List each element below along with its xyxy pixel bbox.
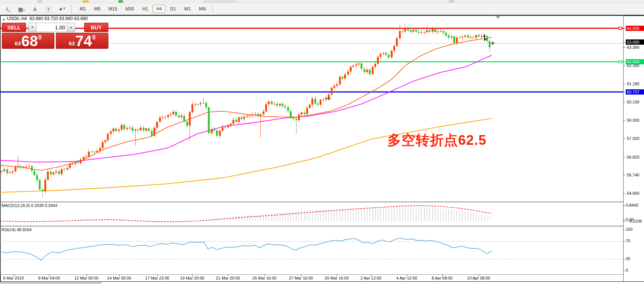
timeframe-button-m1[interactable]: M1 bbox=[76, 5, 89, 13]
timeframe-button-d1[interactable]: D1 bbox=[167, 5, 179, 13]
price-axis-tick: 61.180 bbox=[626, 81, 644, 86]
time-axis-tick: 8 Mar 04:00 bbox=[38, 276, 60, 280]
chart-toolbar: ⫽E▦FAT✦▾ M1M5M15M30H1H4D1W1MN bbox=[0, 3, 644, 15]
chart-canvas[interactable] bbox=[0, 15, 644, 284]
time-axis-tick: 12 Mar 00:00 bbox=[74, 276, 99, 280]
price-level-badge: 64.500 bbox=[626, 26, 644, 31]
price-axis-tick: 57.920 bbox=[626, 136, 644, 141]
buy-price-pipette: 0 bbox=[92, 34, 96, 41]
price-axis-tick: 60.100 bbox=[626, 99, 644, 105]
timeframe-button-h4[interactable]: H4 bbox=[153, 5, 165, 13]
chart-title: ▴USOil-,H4 63.680 63.720 63.660 63.680 bbox=[3, 16, 88, 21]
clipped-icon bbox=[449, 0, 454, 3]
timeframe-button-mn[interactable]: MN bbox=[196, 5, 209, 13]
time-axis-tick: 14 Mar 00:00 bbox=[107, 276, 131, 280]
sell-button[interactable]: SELL bbox=[2, 23, 26, 32]
time-axis-tick: 10 Apr 08:00 bbox=[467, 276, 490, 280]
indicator-axis-tick: 0 bbox=[626, 268, 628, 272]
channels-tool-icon[interactable]: ⫽E bbox=[3, 4, 14, 13]
buy-price-quote[interactable]: 63 74 0 bbox=[56, 33, 108, 49]
indicator-axis-tick: 0.2106 bbox=[629, 219, 642, 223]
timeframe-button-w1[interactable]: W1 bbox=[181, 5, 194, 13]
price-axis-tick: 59.000 bbox=[626, 118, 644, 123]
price-axis-tick: 55.740 bbox=[626, 172, 644, 178]
time-axis-tick: 27 Mar 16:00 bbox=[289, 276, 313, 280]
text-tool-icon[interactable]: A bbox=[29, 4, 41, 12]
time-axis-tick: 19 Mar 20:00 bbox=[180, 276, 204, 280]
volume-input[interactable] bbox=[37, 23, 67, 32]
sell-price-pips: 68 bbox=[21, 34, 38, 48]
indicator-axis-tick: 70 bbox=[626, 239, 630, 243]
rsi-indicator-label: RSI(14) 48.9264 bbox=[1, 227, 32, 232]
chart-window: ▴USOil-,H4 63.680 63.720 63.660 63.680 S… bbox=[0, 15, 644, 284]
price-level-badge: 63.680 bbox=[626, 39, 644, 45]
chart-ohlc-values: 63.680 63.720 63.660 63.680 bbox=[29, 16, 88, 21]
time-axis-tick: 25 Mar 16:00 bbox=[253, 276, 277, 280]
indicator-axis-tick: 100 bbox=[626, 227, 632, 232]
clipped-upper-toolbar bbox=[0, 0, 644, 3]
timeframe-button-m30[interactable]: M30 bbox=[122, 5, 137, 13]
indicator-axis-tick: 0.8443 bbox=[626, 203, 638, 207]
clipped-icon bbox=[37, 0, 42, 3]
time-axis-tick: 4 Apr 12:00 bbox=[396, 276, 417, 280]
timeframe-button-m5[interactable]: M5 bbox=[91, 5, 104, 13]
time-axis-tick: 29 Mar 16:00 bbox=[325, 276, 349, 280]
time-axis-tick: 8 Apr 08:00 bbox=[432, 276, 453, 280]
price-axis-tick: 56.820 bbox=[626, 154, 644, 160]
sell-price-pipette: 0 bbox=[38, 34, 42, 41]
shapes-tool-icon[interactable]: ✦▾ bbox=[56, 4, 67, 12]
collapse-arrow-icon[interactable]: ▴ bbox=[3, 17, 5, 21]
time-axis-tick: 21 Mar 20:00 bbox=[216, 276, 240, 280]
clipped-icon bbox=[203, 0, 237, 3]
price-axis-tick: 63.360 bbox=[626, 45, 644, 50]
volume-increase-button[interactable]: ▲ bbox=[67, 23, 75, 32]
timeframe-button-h1[interactable]: H1 bbox=[139, 5, 151, 13]
toolbar-separator bbox=[212, 5, 215, 13]
price-axis-tick: 54.660 bbox=[626, 191, 644, 196]
clipped-icon bbox=[118, 0, 123, 3]
macd-indicator-label: MACD(12,26,9) 0.2039 0.3943 bbox=[1, 203, 57, 208]
sell-price-quote[interactable]: 63 68 0 bbox=[2, 33, 54, 49]
price-level-badge: 60.707 bbox=[626, 89, 644, 95]
price-axis-tick: 62.280 bbox=[626, 63, 644, 68]
buy-button[interactable]: BUY bbox=[84, 23, 108, 32]
sell-price-int: 63 bbox=[15, 40, 21, 47]
time-axis-tick: 17 Mar 23:00 bbox=[145, 276, 169, 280]
chart-annotation-text: 多空转折点62.5 bbox=[387, 131, 486, 150]
timeframe-button-m15[interactable]: M15 bbox=[105, 5, 120, 13]
clipped-icon bbox=[83, 0, 89, 3]
buy-price-pips: 74 bbox=[75, 34, 92, 48]
volume-decrease-button[interactable]: ▼ bbox=[28, 23, 37, 32]
buy-price-int: 63 bbox=[69, 40, 75, 47]
one-click-trade-panel: SELL ▼ ▲ BUY 63 68 0 63 74 0 bbox=[2, 23, 108, 49]
time-axis-tick: 6 Mar 2019 bbox=[3, 276, 24, 280]
clipped-status-bar bbox=[0, 282, 101, 284]
indicator-axis-tick: 30 bbox=[626, 256, 630, 261]
toolbar-separator bbox=[71, 5, 73, 13]
chart-symbol-period: USOil-,H4 bbox=[7, 16, 27, 21]
fibonacci-tool-icon[interactable]: ▦F bbox=[16, 4, 27, 12]
time-axis-tick: 2 Apr 12:00 bbox=[361, 276, 381, 280]
text-label-tool-icon[interactable]: T bbox=[43, 5, 54, 13]
